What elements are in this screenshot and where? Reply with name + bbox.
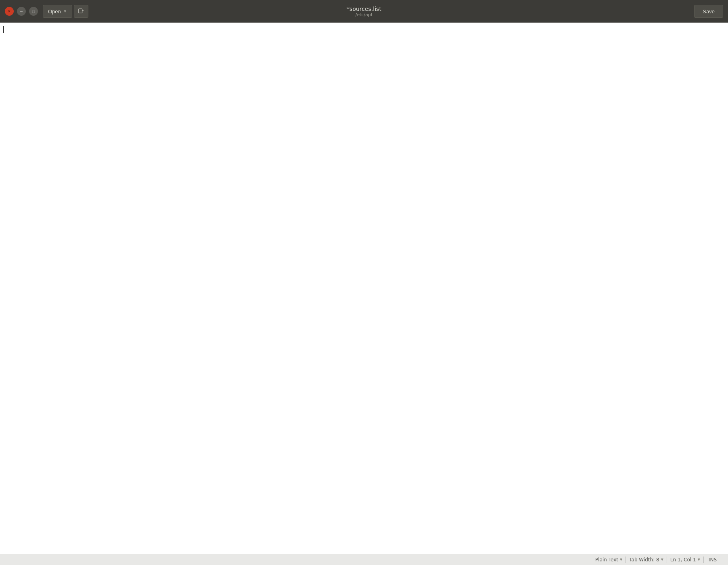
editor-textarea[interactable] xyxy=(0,23,728,554)
new-tab-button[interactable] xyxy=(74,5,88,18)
open-button[interactable]: Open ▼ xyxy=(43,5,72,18)
window-path: /etc/apt xyxy=(347,12,381,17)
tab-width-dropdown-arrow: ▼ xyxy=(661,558,663,561)
language-label: Plain Text xyxy=(595,557,618,563)
ins-label: INS xyxy=(709,557,717,563)
cursor-position[interactable]: Ln 1, Col 1 ▼ xyxy=(667,554,703,565)
main-window: Open ▼ *sources.list /etc/apt Save Plain… xyxy=(0,0,728,565)
open-button-label: Open xyxy=(48,8,61,15)
text-cursor xyxy=(3,26,4,33)
titlebar: Open ▼ *sources.list /etc/apt Save xyxy=(0,0,728,23)
language-selector[interactable]: Plain Text ▼ xyxy=(592,554,625,565)
maximize-button[interactable] xyxy=(29,7,38,16)
window-title: *sources.list xyxy=(347,6,381,12)
statusbar: Plain Text ▼ Tab Width: 8 ▼ Ln 1, Col 1 … xyxy=(0,554,728,565)
position-dropdown-arrow: ▼ xyxy=(698,558,700,561)
close-button[interactable] xyxy=(5,7,14,16)
tab-width-label: Tab Width: 8 xyxy=(629,557,659,563)
minimize-button[interactable] xyxy=(17,7,26,16)
title-area: *sources.list /etc/apt xyxy=(347,6,381,17)
editor-area[interactable] xyxy=(0,23,728,554)
new-tab-icon xyxy=(78,8,84,15)
insert-mode: INS xyxy=(704,557,722,563)
tab-width-selector[interactable]: Tab Width: 8 ▼ xyxy=(626,554,667,565)
window-controls xyxy=(5,7,38,16)
position-label: Ln 1, Col 1 xyxy=(670,557,696,563)
language-dropdown-arrow: ▼ xyxy=(620,558,622,561)
toolbar: Open ▼ xyxy=(43,5,88,18)
save-button[interactable]: Save xyxy=(694,5,723,18)
svg-rect-0 xyxy=(79,9,82,13)
open-dropdown-arrow: ▼ xyxy=(63,9,67,13)
